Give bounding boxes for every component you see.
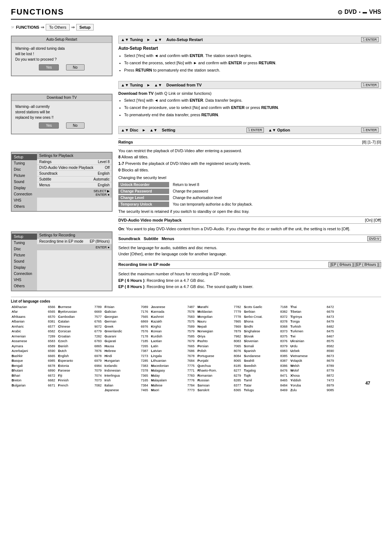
lang-entry: Hebrew7387 — [104, 349, 149, 354]
lang-entry: Wolof8779 — [290, 368, 335, 373]
lang-entry: Burmese7789 — [57, 305, 102, 310]
menu-item-setup-playback[interactable]: Setup — [12, 154, 37, 160]
language-section: List of language codes Abkhazian6566Afar… — [11, 297, 381, 393]
popup-auto-setup-yes[interactable]: Yes — [39, 64, 58, 70]
menu-item-picture-recording[interactable]: Picture — [12, 252, 37, 258]
lang-entry: Welsh8789 — [290, 364, 335, 369]
dvd-audio-label: DVD-Audio Video mode Playback — [118, 218, 181, 222]
popup-download-yes[interactable]: Yes — [39, 122, 58, 129]
lang-entry: Volapük8679 — [290, 358, 335, 364]
popup-download-line2: stored stations will be — [15, 109, 108, 115]
menu-item-others-recording[interactable]: Others — [12, 283, 37, 289]
popup-download-tv-body: Warning--all currently stored stations w… — [12, 101, 112, 134]
change-password-btn[interactable]: Change Password — [118, 189, 169, 194]
lang-entry: Serbo-Croat.8372 — [243, 315, 288, 320]
lang-entry: Romanian8279 — [197, 373, 242, 378]
popup-download-buttons: Yes No — [15, 120, 108, 131]
lang-grid: Abkhazian6566Afar6565Afrikaans6570Albani… — [11, 305, 381, 393]
lang-entry: Estonia6984 — [57, 364, 102, 369]
menu-item-picture-playback[interactable]: Picture — [12, 173, 37, 179]
recording-desc2: EP ( 6 Hours ): Recording time on a 4.7 … — [118, 278, 381, 284]
lang-entry: Fiji7074 — [57, 373, 102, 378]
menu-item-connection-playback[interactable]: Connection — [12, 191, 37, 197]
menu-item-disc-recording[interactable]: Disc — [12, 246, 37, 252]
change-level-btn[interactable]: Change Level — [118, 195, 169, 200]
breadcrumb-setup: Setup — [76, 24, 94, 31]
menu-item-sound-recording[interactable]: Sound — [12, 258, 37, 264]
lang-entry: Hindi7273 — [104, 354, 149, 359]
menu-playback-inner: Setup Tuning Disc Picture Sound Display … — [12, 153, 112, 211]
menu-item-tuning-recording[interactable]: Tuning — [12, 240, 37, 246]
dvd-label: DVD — [344, 9, 357, 15]
menu-item-others-playback[interactable]: Others — [12, 203, 37, 210]
popup-auto-setup-no[interactable]: No — [66, 64, 85, 70]
lang-entry: Macedonian7775 — [150, 364, 195, 369]
enter-badge-3: ⤵ ENTER — [246, 127, 264, 133]
ratings-desc2: 8 Allows all titles. — [118, 154, 381, 161]
lang-entry: Georgian7565 — [104, 315, 149, 320]
lang-entry: Lingala7678 — [150, 354, 195, 359]
lang-entry: Galician7176 — [104, 309, 149, 315]
lang-entry: Azerbaijani6590 — [11, 349, 56, 354]
dvdv-badge: DVD-V — [367, 236, 381, 241]
lang-entry: Lithuanian7684 — [150, 358, 195, 364]
menu-item-connection-recording[interactable]: Connection — [12, 271, 37, 277]
menu-item-vhs-playback[interactable]: VHS — [12, 197, 37, 203]
dvd-audio-desc: On: You want to play DVD-Video content f… — [118, 226, 381, 232]
unlock-recorder-desc: Return to level 8 — [173, 182, 381, 187]
menu-item-vhs-recording[interactable]: VHS — [12, 277, 37, 283]
section-auto-setup-title: Auto-Setup Restart — [166, 37, 203, 42]
enter-badge-1: ⤵ ENTER — [361, 37, 379, 42]
section-download-content: Download from TV (with Q Link or similar… — [118, 89, 381, 121]
breadcrumb-arrow-left: ☞ — [11, 25, 15, 30]
lang-entry: Spanish6983 — [243, 349, 288, 354]
lang-entry: Zulu9085 — [290, 388, 335, 393]
lang-entry: Gujarati7185 — [104, 339, 149, 344]
lang-entry: Albanian8381 — [11, 319, 56, 324]
lang-entry: Shona8378 — [243, 319, 288, 324]
lang-entry: Moldavian7779 — [197, 309, 242, 315]
lang-entry: Croatian7282 — [57, 334, 102, 339]
breadcrumb-sep1: ⇒ — [41, 25, 44, 30]
ratings-desc: You can restrict the playback of DVD-Vid… — [118, 148, 381, 173]
menu-item-disc-playback[interactable]: Disc — [12, 166, 37, 173]
nav-arrow1: ► — [147, 37, 151, 42]
lang-col-4: Marathi7782Moldavian7779Mongolian7778Nau… — [197, 305, 242, 393]
lang-entry: Kazakh7575 — [150, 319, 195, 324]
section-auto-setup-heading: Auto-Setup Restart — [118, 46, 381, 51]
ratings-subsection-header: Ratings [8] [1-7] [0] — [118, 138, 381, 146]
section-ratings: ▲▼ Disc ► ▲▼ Setting ⤵ ENTER ▲▼ Option ⤵… — [118, 126, 381, 292]
popup-auto-setup-buttons: Yes No — [15, 62, 108, 73]
lang-entry: Tamil8465 — [243, 378, 288, 383]
change-security-label: Changing the security level — [118, 175, 381, 180]
menu-item-setup-recording[interactable]: Setup — [12, 234, 37, 240]
lang-col-1: Burmese7789Byelorussian6669Cambodian7577… — [57, 305, 102, 393]
menu-recording: Setup Tuning Disc Picture Sound Display … — [11, 231, 113, 291]
lang-entry: Samoan8377 — [197, 383, 242, 388]
lang-entry: German6869 — [104, 319, 149, 324]
lang-entry: Frisian7089 — [104, 305, 149, 310]
menu-row-menus: Menus English — [37, 182, 112, 188]
dvd-audio-value: [On] [Off] — [365, 218, 381, 222]
lang-entry: Chinese9072 — [57, 324, 102, 329]
nav-arrows4: ▲▼ — [150, 128, 158, 132]
nav-tuning-label: ▲▼ Tuning — [121, 37, 143, 42]
menu-item-tuning-playback[interactable]: Tuning — [12, 160, 37, 166]
unlock-recorder-btn[interactable]: Unlock Recorder — [118, 182, 169, 187]
lang-entry: Esperanto6979 — [57, 358, 102, 364]
soundtrack-desc2: Under [Other], enter the language code f… — [118, 251, 381, 258]
menu-item-sound-playback[interactable]: Sound — [12, 179, 37, 185]
ratings-value: [8] [1-7] [0] — [362, 140, 381, 144]
menu-item-display-playback[interactable]: Display — [12, 185, 37, 191]
popup-download-tv-title: Download from TV — [12, 94, 112, 101]
page-title: FUNCTIONS — [11, 7, 64, 17]
temporary-unlock-btn[interactable]: Temporary Unlock — [118, 202, 169, 207]
disc-icon: ⊙ — [338, 9, 342, 16]
lang-entry: Quechua8185 — [197, 364, 242, 369]
ratings-desc4: 0 Blocks all titles. — [118, 167, 381, 174]
dvd-audio-subsection-header: DVD-Audio Video mode Playback [On] [Off] — [118, 216, 381, 224]
popup-download-no[interactable]: No — [66, 122, 85, 129]
menu-item-display-recording[interactable]: Display — [12, 264, 37, 271]
lang-entry: Marathi7782 — [197, 305, 242, 310]
lang-entry: Scots Gaelic7168 — [243, 305, 288, 310]
